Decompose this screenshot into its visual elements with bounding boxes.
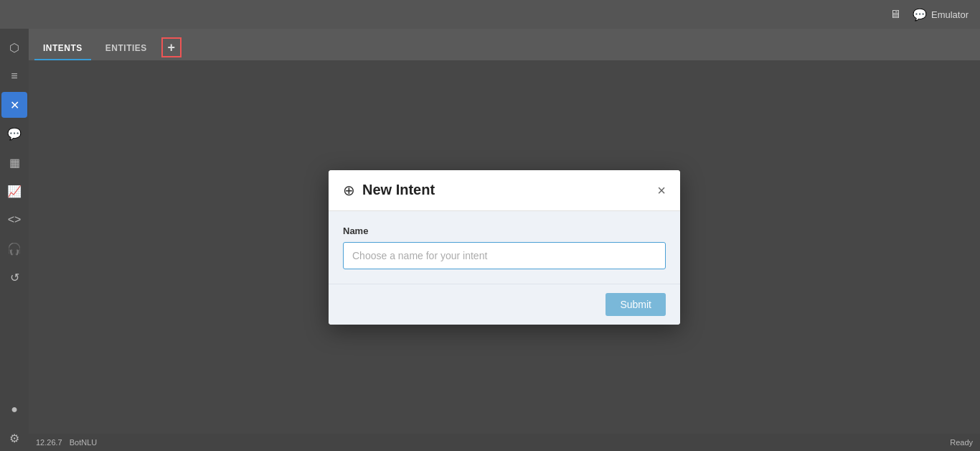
- sidebar: ⬡ ≡ ✕ 💬 ▦ 📈 <> 🎧 ↺ ● ⚙: [0, 29, 29, 451]
- chat-icon: 💬: [913, 8, 927, 22]
- modal-header-icon: ⊕: [343, 182, 355, 199]
- status-left: 12.26.7 BotNLU: [36, 438, 97, 447]
- tab-bar: INTENTS ENTITIES +: [29, 29, 980, 60]
- status-bar: 12.26.7 BotNLU Ready: [29, 434, 980, 451]
- modal-close-button[interactable]: ×: [657, 183, 666, 197]
- version-label: 12.26.7: [36, 438, 62, 447]
- modal-overlay: ⊕ New Intent × Name Submit: [29, 60, 980, 434]
- sidebar-icon-circle[interactable]: ●: [1, 396, 27, 422]
- sidebar-icon-code[interactable]: <>: [1, 207, 27, 233]
- sidebar-icon-speech[interactable]: 💬: [1, 121, 27, 147]
- submit-button[interactable]: Submit: [606, 293, 666, 316]
- sidebar-icon-nlu[interactable]: ✕: [1, 92, 27, 118]
- sidebar-icon-share[interactable]: ⬡: [1, 34, 27, 60]
- sidebar-icon-analytics[interactable]: ▦: [1, 149, 27, 175]
- tab-entities[interactable]: ENTITIES: [97, 37, 156, 60]
- sidebar-icon-settings[interactable]: ⚙: [1, 425, 27, 451]
- top-bar: 🖥 💬 Emulator: [0, 0, 980, 29]
- sidebar-icon-bot[interactable]: ↺: [1, 264, 27, 290]
- emulator-button[interactable]: 💬 Emulator: [913, 8, 969, 22]
- main-layout: ⬡ ≡ ✕ 💬 ▦ 📈 <> 🎧 ↺ ● ⚙ INTENTS ENTITIES …: [0, 29, 980, 451]
- status-right: Ready: [950, 438, 973, 447]
- emulator-label: Emulator: [931, 9, 969, 20]
- monitor-icon: 🖥: [890, 8, 901, 21]
- intent-name-input[interactable]: [343, 242, 666, 269]
- add-intent-button[interactable]: +: [161, 37, 182, 57]
- modal-body: Name: [329, 211, 680, 284]
- modal-header: ⊕ New Intent ×: [329, 170, 680, 211]
- modal-title: New Intent: [362, 182, 650, 198]
- sidebar-icon-chart[interactable]: 📈: [1, 178, 27, 204]
- app-name-label: BotNLU: [70, 438, 98, 447]
- new-intent-modal: ⊕ New Intent × Name Submit: [329, 170, 680, 325]
- sidebar-icon-headset[interactable]: 🎧: [1, 236, 27, 261]
- monitor-button[interactable]: 🖥: [890, 8, 901, 21]
- name-label: Name: [343, 226, 666, 236]
- page-content: ⊕ New Intent × Name Submit: [29, 60, 980, 434]
- sidebar-icon-document[interactable]: ≡: [1, 63, 27, 89]
- status-ready-label: Ready: [950, 438, 973, 447]
- modal-footer: Submit: [329, 284, 680, 325]
- content-area: INTENTS ENTITIES + ⊕ New Intent ×: [29, 29, 980, 451]
- tab-intents[interactable]: INTENTS: [34, 37, 91, 60]
